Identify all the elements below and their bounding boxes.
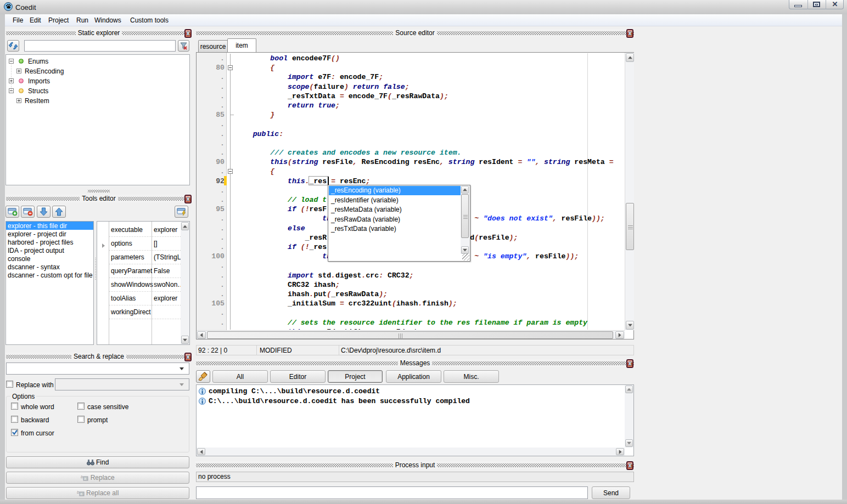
svg-text:b: b [77, 490, 80, 495]
svg-text:a: a [84, 477, 86, 480]
svg-text:a: a [80, 492, 82, 496]
svg-text:b: b [81, 474, 83, 479]
